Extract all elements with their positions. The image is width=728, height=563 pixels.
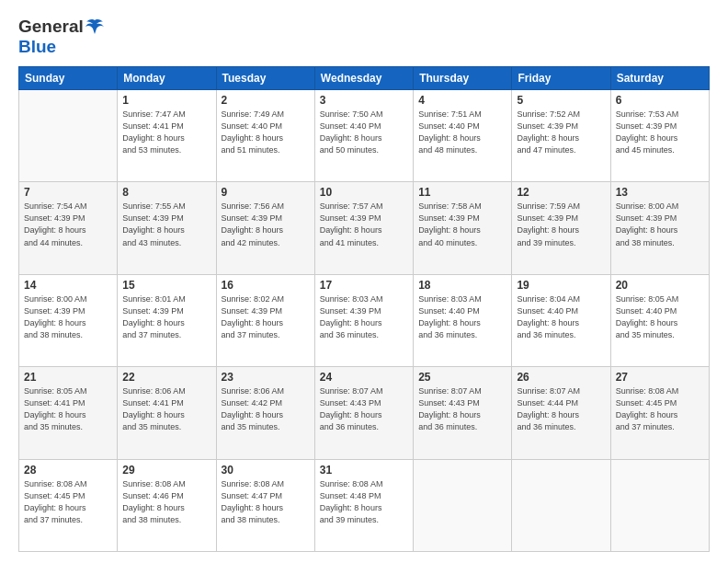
table-row: 5Sunrise: 7:52 AM Sunset: 4:39 PM Daylig… (512, 90, 610, 182)
day-number: 5 (517, 94, 605, 107)
table-row: 30Sunrise: 8:08 AM Sunset: 4:47 PM Dayli… (216, 459, 314, 551)
table-row: 31Sunrise: 8:08 AM Sunset: 4:48 PM Dayli… (314, 459, 413, 551)
day-number: 26 (517, 371, 605, 384)
day-number: 2 (222, 94, 310, 107)
day-info: Sunrise: 8:06 AM Sunset: 4:41 PM Dayligh… (122, 385, 210, 433)
day-info: Sunrise: 7:51 AM Sunset: 4:40 PM Dayligh… (418, 109, 506, 156)
day-info: Sunrise: 8:07 AM Sunset: 4:43 PM Dayligh… (320, 385, 408, 433)
col-saturday: Saturday (610, 67, 709, 90)
col-monday: Monday (118, 67, 216, 90)
day-number: 24 (320, 371, 408, 384)
day-number: 7 (24, 186, 112, 199)
table-row: 2Sunrise: 7:49 AM Sunset: 4:40 PM Daylig… (216, 90, 314, 182)
day-info: Sunrise: 8:04 AM Sunset: 4:40 PM Dayligh… (517, 293, 605, 341)
logo-blue-text: Blue (18, 37, 56, 57)
day-number: 31 (320, 464, 408, 477)
table-row: 4Sunrise: 7:51 AM Sunset: 4:40 PM Daylig… (414, 90, 512, 182)
table-row: 12Sunrise: 7:59 AM Sunset: 4:39 PM Dayli… (512, 182, 610, 274)
table-row: 9Sunrise: 7:56 AM Sunset: 4:39 PM Daylig… (216, 182, 314, 274)
table-row: 10Sunrise: 7:57 AM Sunset: 4:39 PM Dayli… (314, 182, 413, 274)
day-info: Sunrise: 8:00 AM Sunset: 4:39 PM Dayligh… (24, 293, 112, 341)
day-info: Sunrise: 8:03 AM Sunset: 4:40 PM Dayligh… (418, 293, 506, 341)
day-info: Sunrise: 7:59 AM Sunset: 4:39 PM Dayligh… (517, 201, 605, 248)
day-info: Sunrise: 8:01 AM Sunset: 4:39 PM Dayligh… (122, 293, 210, 341)
table-row: 7Sunrise: 7:54 AM Sunset: 4:39 PM Daylig… (19, 182, 118, 274)
day-info: Sunrise: 8:02 AM Sunset: 4:39 PM Dayligh… (222, 293, 310, 341)
day-number: 15 (122, 279, 210, 292)
table-row (610, 459, 709, 551)
day-number: 1 (122, 94, 210, 107)
day-info: Sunrise: 8:08 AM Sunset: 4:47 PM Dayligh… (222, 478, 310, 526)
logo-bird-icon (85, 18, 104, 35)
table-row: 21Sunrise: 8:05 AM Sunset: 4:41 PM Dayli… (19, 367, 118, 459)
table-row: 11Sunrise: 7:58 AM Sunset: 4:39 PM Dayli… (414, 182, 512, 274)
day-number: 9 (222, 186, 310, 199)
day-info: Sunrise: 8:08 AM Sunset: 4:46 PM Dayligh… (122, 478, 210, 526)
day-number: 29 (122, 464, 210, 477)
table-row: 19Sunrise: 8:04 AM Sunset: 4:40 PM Dayli… (512, 274, 610, 366)
calendar-week-row: 14Sunrise: 8:00 AM Sunset: 4:39 PM Dayli… (19, 274, 710, 366)
day-number: 25 (418, 371, 506, 384)
day-number: 27 (616, 371, 704, 384)
day-info: Sunrise: 7:53 AM Sunset: 4:39 PM Dayligh… (616, 109, 704, 156)
day-info: Sunrise: 7:55 AM Sunset: 4:39 PM Dayligh… (122, 201, 210, 248)
day-number: 17 (320, 279, 408, 292)
table-row (512, 459, 610, 551)
day-info: Sunrise: 8:08 AM Sunset: 4:48 PM Dayligh… (320, 478, 408, 526)
day-info: Sunrise: 7:57 AM Sunset: 4:39 PM Dayligh… (320, 201, 408, 248)
day-info: Sunrise: 7:47 AM Sunset: 4:41 PM Dayligh… (122, 109, 210, 156)
calendar-week-row: 1Sunrise: 7:47 AM Sunset: 4:41 PM Daylig… (19, 90, 710, 182)
logo: General Blue (18, 17, 105, 57)
page: General Blue Sunday Monday Tuesday Wedne… (0, 0, 728, 563)
day-number: 22 (122, 371, 210, 384)
day-number: 3 (320, 94, 408, 107)
calendar-week-row: 21Sunrise: 8:05 AM Sunset: 4:41 PM Dayli… (19, 367, 710, 459)
col-tuesday: Tuesday (216, 67, 314, 90)
table-row: 24Sunrise: 8:07 AM Sunset: 4:43 PM Dayli… (314, 367, 413, 459)
day-info: Sunrise: 8:08 AM Sunset: 4:45 PM Dayligh… (24, 478, 112, 526)
col-thursday: Thursday (414, 67, 512, 90)
day-number: 11 (418, 186, 506, 199)
day-number: 21 (24, 371, 112, 384)
col-friday: Friday (512, 67, 610, 90)
day-info: Sunrise: 7:52 AM Sunset: 4:39 PM Dayligh… (517, 109, 605, 156)
day-number: 8 (122, 186, 210, 199)
day-info: Sunrise: 8:00 AM Sunset: 4:39 PM Dayligh… (616, 201, 704, 248)
table-row: 29Sunrise: 8:08 AM Sunset: 4:46 PM Dayli… (118, 459, 216, 551)
day-number: 28 (24, 464, 112, 477)
day-info: Sunrise: 8:06 AM Sunset: 4:42 PM Dayligh… (222, 385, 310, 433)
table-row: 27Sunrise: 8:08 AM Sunset: 4:45 PM Dayli… (610, 367, 709, 459)
table-row: 1Sunrise: 7:47 AM Sunset: 4:41 PM Daylig… (118, 90, 216, 182)
day-number: 16 (222, 279, 310, 292)
day-info: Sunrise: 7:54 AM Sunset: 4:39 PM Dayligh… (24, 201, 112, 248)
table-row (414, 459, 512, 551)
day-number: 6 (616, 94, 704, 107)
table-row: 18Sunrise: 8:03 AM Sunset: 4:40 PM Dayli… (414, 274, 512, 366)
day-number: 13 (616, 186, 704, 199)
day-number: 14 (24, 279, 112, 292)
calendar-week-row: 7Sunrise: 7:54 AM Sunset: 4:39 PM Daylig… (19, 182, 710, 274)
table-row: 22Sunrise: 8:06 AM Sunset: 4:41 PM Dayli… (118, 367, 216, 459)
day-info: Sunrise: 8:07 AM Sunset: 4:43 PM Dayligh… (418, 385, 506, 433)
table-row: 25Sunrise: 8:07 AM Sunset: 4:43 PM Dayli… (414, 367, 512, 459)
table-row: 16Sunrise: 8:02 AM Sunset: 4:39 PM Dayli… (216, 274, 314, 366)
day-number: 30 (222, 464, 310, 477)
day-info: Sunrise: 8:03 AM Sunset: 4:39 PM Dayligh… (320, 293, 408, 341)
table-row: 28Sunrise: 8:08 AM Sunset: 4:45 PM Dayli… (19, 459, 118, 551)
day-number: 12 (517, 186, 605, 199)
day-number: 19 (517, 279, 605, 292)
table-row: 26Sunrise: 8:07 AM Sunset: 4:44 PM Dayli… (512, 367, 610, 459)
day-number: 23 (222, 371, 310, 384)
table-row: 6Sunrise: 7:53 AM Sunset: 4:39 PM Daylig… (610, 90, 709, 182)
day-number: 10 (320, 186, 408, 199)
day-info: Sunrise: 7:50 AM Sunset: 4:40 PM Dayligh… (320, 109, 408, 156)
day-info: Sunrise: 7:49 AM Sunset: 4:40 PM Dayligh… (222, 109, 310, 156)
table-row: 17Sunrise: 8:03 AM Sunset: 4:39 PM Dayli… (314, 274, 413, 366)
day-info: Sunrise: 8:08 AM Sunset: 4:45 PM Dayligh… (616, 385, 704, 433)
table-row: 8Sunrise: 7:55 AM Sunset: 4:39 PM Daylig… (118, 182, 216, 274)
table-row: 13Sunrise: 8:00 AM Sunset: 4:39 PM Dayli… (610, 182, 709, 274)
day-info: Sunrise: 7:56 AM Sunset: 4:39 PM Dayligh… (222, 201, 310, 248)
table-row: 14Sunrise: 8:00 AM Sunset: 4:39 PM Dayli… (19, 274, 118, 366)
day-number: 20 (616, 279, 704, 292)
calendar-header-row: Sunday Monday Tuesday Wednesday Thursday… (19, 67, 710, 90)
